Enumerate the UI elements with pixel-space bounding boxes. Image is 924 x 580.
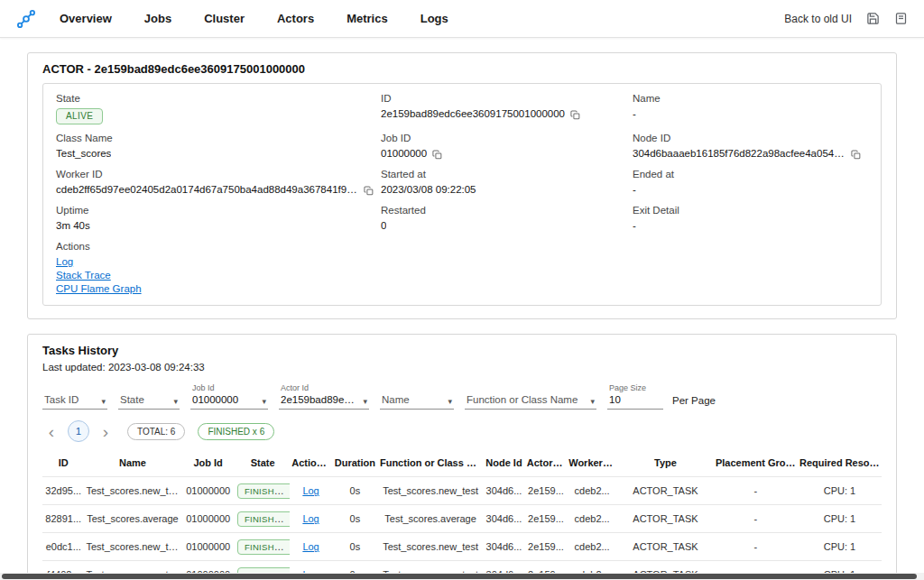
actor-field-state: StateALIVE — [56, 93, 381, 124]
field-value: - — [633, 108, 868, 121]
actor-field-uptime: Uptime3m 40s — [56, 205, 381, 233]
cell-resources: CPU: 1 — [798, 477, 882, 505]
field-label: Started at — [381, 169, 633, 180]
field-label: Uptime — [56, 205, 381, 216]
chevron-down-icon: ▾ — [590, 397, 595, 406]
cell-node-id: 304d6... — [483, 477, 525, 505]
docs-icon[interactable] — [894, 12, 908, 25]
field-value: ALIVE — [56, 108, 381, 124]
cell-node-id: 304d6... — [483, 505, 525, 533]
field-label: Exit Detail — [633, 205, 868, 216]
nav-item-cluster[interactable]: Cluster — [204, 12, 245, 25]
task-row: e0dc1...Test_scores.new_test01000000FINI… — [42, 533, 882, 561]
actor-action-stack-trace[interactable]: Stack Trace — [56, 270, 111, 281]
cell-type: ACTOR_TASK — [617, 477, 714, 505]
per-page-label: Per Page — [672, 395, 716, 410]
task-log-link[interactable]: Log — [302, 541, 319, 552]
pagination-page-1[interactable]: 1 — [68, 420, 89, 442]
cell-id: e0dc1... — [42, 533, 85, 561]
cell-state: FINISHED — [236, 477, 290, 505]
actor-title: ACTOR - 2e159bad89edc6ee3609175001000000 — [42, 62, 882, 76]
actor-field-job-id: Job ID01000000 — [381, 133, 633, 161]
nav-item-metrics[interactable]: Metrics — [346, 12, 388, 25]
actor-field-node-id: Node ID304d6baaaeb16185f76d822a98acfee4a… — [633, 133, 868, 161]
pagination-next[interactable]: › — [97, 423, 115, 440]
cell-duration: 0s — [332, 477, 378, 505]
field-value: cdeb2ff65d97ee02405d2a0174d67a750ba4ad88… — [56, 184, 381, 197]
column-header-actions: Actions? — [290, 449, 332, 477]
cell-id: 82891... — [42, 505, 85, 533]
cell-action: Log — [290, 505, 332, 533]
cell-pg-id: - — [714, 533, 798, 561]
filter-label: Name — [382, 394, 440, 405]
cell-worker-id: cdeb2... — [567, 533, 617, 561]
filter-job-id[interactable]: Job Id01000000▾ — [190, 383, 268, 410]
field-value: - — [633, 184, 868, 197]
filter-name[interactable]: Name▾ — [380, 394, 454, 410]
cell-action: Log — [290, 533, 332, 561]
column-header-id: ID — [42, 449, 85, 477]
filter-task-id[interactable]: Task ID▾ — [42, 394, 107, 410]
column-header-state: State — [236, 449, 290, 477]
column-header-worker-id: Worker_id — [567, 449, 617, 477]
copy-icon[interactable] — [364, 186, 374, 196]
task-state-badge: FINISHED — [237, 511, 290, 527]
scrollbar-thumb[interactable] — [2, 574, 917, 579]
back-to-old-ui-link[interactable]: Back to old UI — [784, 13, 852, 25]
finished-count-chip: FINISHED x 6 — [198, 423, 274, 440]
field-value: 01000000 — [381, 148, 633, 161]
nav-item-overview[interactable]: Overview — [60, 12, 112, 25]
filter-page-size[interactable]: Page Size10 — [607, 383, 663, 410]
cell-actor-id: 2e159... — [525, 477, 568, 505]
pagination-prev[interactable]: ‹ — [42, 423, 60, 440]
top-nav: OverviewJobsClusterActorsMetricsLogs Bac… — [0, 0, 924, 38]
filter-label: Job Id — [192, 383, 254, 392]
actor-field-ended-at: Ended at- — [633, 169, 868, 197]
actor-actions: Actions LogStack TraceCPU Flame Graph — [56, 241, 868, 294]
chevron-down-icon: ▾ — [448, 397, 452, 406]
copy-icon[interactable] — [851, 150, 861, 160]
actor-action-cpu-flame-graph[interactable]: CPU Flame Graph — [56, 283, 142, 294]
cell-duration: 0s — [332, 505, 378, 533]
pagination: ‹ 1 › TOTAL: 6 FINISHED x 6 — [42, 420, 882, 442]
actor-field-exit-detail: Exit Detail- — [633, 205, 868, 233]
column-header-actor-id: Actor_id — [525, 449, 568, 477]
filter-value: 10 — [609, 394, 650, 405]
filter-function-or-class-name[interactable]: Function or Class Name▾ — [465, 394, 596, 410]
field-label: Ended at — [633, 169, 868, 180]
copy-icon[interactable] — [432, 150, 442, 160]
filter-state[interactable]: State▾ — [118, 394, 180, 410]
column-header-function-or-class-name: Function or Class Name — [378, 449, 483, 477]
cell-job-id: 01000000 — [180, 477, 235, 505]
horizontal-scrollbar[interactable] — [0, 573, 924, 580]
cell-func: Test_scores.new_test — [378, 533, 483, 561]
actor-action-log[interactable]: Log — [56, 256, 73, 267]
actor-action-links: LogStack TraceCPU Flame Graph — [56, 256, 868, 294]
task-log-link[interactable]: Log — [302, 485, 319, 496]
field-value: 2023/03/08 09:22:05 — [381, 184, 633, 197]
nav-item-logs[interactable]: Logs — [420, 12, 448, 25]
cell-job-id: 01000000 — [180, 533, 235, 561]
filters-list: Task ID▾State▾Job Id01000000▾Actor Id2e1… — [42, 383, 663, 410]
copy-icon[interactable] — [570, 110, 580, 120]
field-value: 0 — [381, 220, 633, 233]
column-header-type: Type — [617, 449, 714, 477]
cell-action: Log — [290, 477, 332, 505]
ray-logo — [16, 9, 36, 29]
task-log-link[interactable]: Log — [302, 513, 319, 524]
filter-actor-id[interactable]: Actor Id2e159bad89ed...▾ — [279, 383, 369, 410]
cell-duration: 0s — [332, 533, 378, 561]
field-value: 304d6baaaeb16185f76d822a98acfee4a054070c… — [633, 148, 868, 161]
cell-type: ACTOR_TASK — [617, 505, 714, 533]
save-icon[interactable] — [866, 12, 880, 25]
actor-field-name: Name- — [633, 93, 868, 124]
help-icon: ? — [331, 458, 332, 468]
column-header-job-id: Job Id — [180, 449, 235, 477]
cell-actor-id: 2e159... — [525, 505, 568, 533]
cell-id: 32d95... — [42, 477, 85, 505]
column-header-node-id: Node Id — [483, 449, 525, 477]
nav-item-actors[interactable]: Actors — [277, 12, 314, 25]
nav-item-jobs[interactable]: Jobs — [144, 12, 171, 25]
field-label: Class Name — [56, 133, 381, 144]
field-label: ID — [381, 93, 633, 105]
